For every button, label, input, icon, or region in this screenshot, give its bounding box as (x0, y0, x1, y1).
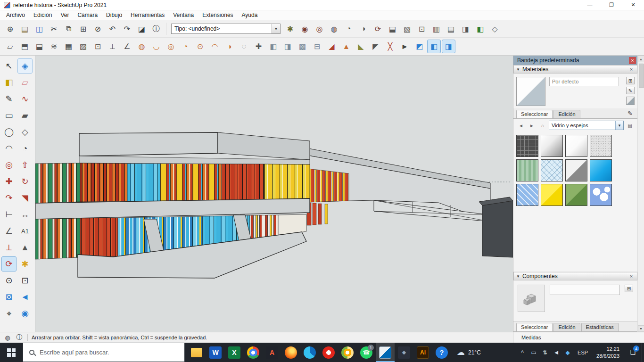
solid-split-icon[interactable]: ◑ (223, 40, 236, 53)
opera-icon[interactable] (319, 343, 338, 362)
tape-measure-tool[interactable]: ⊢ (1, 207, 17, 222)
export-image-icon[interactable]: ▧ (400, 22, 414, 36)
home-icon[interactable]: ⌂ (538, 121, 547, 130)
swatch-yellow-glass[interactable] (541, 184, 563, 206)
swatch-gray-glass[interactable] (565, 159, 587, 181)
tab-comp-estadisticas[interactable]: Estadísticas (581, 323, 619, 331)
menu-archivo[interactable]: Archivo (2, 11, 29, 19)
network-icon[interactable]: ⇅ (539, 343, 551, 362)
pattern-box-icon[interactable]: ▩ (296, 40, 309, 53)
model-viewport[interactable] (35, 56, 513, 332)
solid-trim-icon[interactable]: ◔ (179, 40, 192, 53)
tag-icon[interactable]: ◇ (488, 22, 502, 36)
chrome-beta-icon[interactable] (338, 343, 357, 362)
tab-comp-edicion[interactable]: Edición (553, 323, 580, 331)
swatch-frosted-mirror[interactable] (565, 135, 587, 157)
solid-intersect-icon[interactable]: ⊙ (193, 40, 207, 53)
sandbox-contours-icon[interactable]: ◢ (325, 40, 339, 53)
components-close-icon[interactable]: × (628, 273, 635, 279)
texture-icon[interactable]: ◔ (342, 22, 355, 36)
sandbox-tool[interactable]: ▲ (17, 240, 33, 255)
axes-tool[interactable]: ⟂ (1, 240, 17, 255)
graph-icon[interactable]: ▥ (429, 22, 443, 36)
menu-camara[interactable]: Cámara (73, 11, 102, 19)
tray-close-button[interactable]: × (629, 57, 636, 64)
erase-icon[interactable]: ⊘ (91, 22, 105, 36)
solid-subtract-icon[interactable]: ◎ (164, 40, 178, 53)
face-style-2-icon[interactable]: ◧ (427, 40, 441, 53)
material-preview-thumbnail[interactable] (516, 77, 545, 106)
collapse-arrow-icon[interactable]: ▼ (516, 274, 520, 279)
move-tool[interactable]: ✚ (1, 174, 17, 189)
dome-icon[interactable]: ◠ (208, 40, 222, 53)
box-style-b-icon[interactable]: ◨ (281, 40, 295, 53)
offset-tool[interactable]: ◎ (1, 157, 17, 173)
menu-herramientas[interactable]: Herramientas (126, 11, 169, 19)
geolocation-icon[interactable]: ◍ (3, 333, 12, 342)
pen-display-icon[interactable]: ▭ (528, 343, 539, 362)
illustrator-icon[interactable]: Ai (413, 343, 432, 362)
menu-ver[interactable]: Ver (56, 11, 73, 19)
scroll-up-icon[interactable]: ▲ (638, 56, 644, 62)
materials-close-icon[interactable]: × (628, 66, 635, 72)
undo-icon[interactable]: ↶ (106, 22, 119, 36)
whatsapp-icon[interactable]: ☎ 1 (357, 343, 376, 362)
material-name-field[interactable]: Por defecto (549, 77, 619, 86)
face-style-1-icon[interactable]: ◩ (413, 40, 426, 53)
swatch-patterned-blue-glass[interactable] (541, 159, 563, 181)
details-list-icon[interactable]: ▤ (625, 121, 635, 130)
push-pull-tool[interactable]: ⇧ (17, 157, 33, 173)
rotated-rectangle-tool[interactable]: ▰ (17, 108, 33, 123)
section-display-icon[interactable]: ⬒ (18, 40, 32, 53)
menu-extensiones[interactable]: Extensiones (198, 11, 237, 19)
swatch-tinted-glass-blocks[interactable] (516, 135, 538, 157)
rotate-tool[interactable]: ↻ (17, 174, 33, 189)
tipo-dropdown[interactable]: Tipo: <undefined> ▼ (171, 24, 281, 34)
face-style-3-icon[interactable]: ◨ (442, 40, 455, 53)
menu-ayuda[interactable]: Ayuda (238, 11, 262, 19)
cut-icon[interactable]: ✂ (47, 22, 61, 36)
zoom-extents-tool[interactable]: ⊠ (1, 289, 17, 304)
sample-paint-button[interactable]: ✎ (626, 87, 635, 94)
orbit-tool[interactable]: ⟳ (1, 256, 17, 272)
position-camera-tool[interactable]: ⌖ (1, 306, 17, 321)
chrome-icon[interactable] (244, 343, 263, 362)
components-section-header[interactable]: ▼ Componentes × (513, 272, 637, 280)
redo-icon[interactable]: ↷ (120, 22, 134, 36)
polygon-tool[interactable]: ◇ (17, 124, 33, 140)
minimize-button[interactable]: — (579, 0, 601, 10)
eyedropper-icon[interactable]: ✎ (626, 110, 635, 118)
credits-icon[interactable]: ⓘ (15, 333, 24, 342)
collapse-arrow-icon[interactable]: ▼ (516, 67, 520, 72)
swatch-obscure-glass[interactable] (590, 135, 612, 157)
volume-icon[interactable]: ◀ (551, 343, 562, 362)
word-icon[interactable]: W (206, 343, 225, 362)
follow-circle-icon[interactable]: ◌ (237, 40, 251, 53)
swatch-sky-blue-glass[interactable] (590, 159, 612, 181)
box-style-a-icon[interactable]: ◧ (266, 40, 280, 53)
taskbar-clock[interactable]: 12:21 28/6/2023 (592, 343, 624, 362)
stamp-icon[interactable]: ◤ (369, 40, 382, 53)
make-component-tool[interactable]: ◈ (17, 58, 33, 74)
circle-tool[interactable]: ◯ (1, 124, 17, 140)
drape-icon[interactable]: ╳ (383, 40, 397, 53)
maximize-button[interactable]: ❐ (601, 0, 622, 10)
scale-tool[interactable]: ◥ (17, 190, 33, 206)
rectangle-tool[interactable]: ▭ (1, 108, 17, 123)
file-explorer-icon[interactable] (187, 343, 206, 362)
scrollbar-thumb[interactable] (639, 64, 644, 88)
section-toggle-icon[interactable]: ⬓ (386, 22, 399, 36)
arc-tool[interactable]: ◠ (1, 141, 17, 156)
security-icon[interactable]: ◆ (562, 343, 573, 362)
text-tool[interactable]: A1 (17, 223, 33, 239)
tab-edicion[interactable]: Edición (553, 110, 580, 118)
tab-seleccionar[interactable]: Seleccionar (516, 110, 553, 118)
soften-edges-icon[interactable]: ≋ (47, 40, 61, 53)
paint-bucket-tool[interactable]: ◧ (1, 75, 17, 90)
close-button[interactable]: ✕ (622, 0, 644, 10)
action-center-button[interactable]: ❏ 4 (624, 343, 642, 362)
freehand-tool[interactable]: ∿ (17, 91, 33, 107)
section-plane-icon[interactable]: ▱ (3, 40, 17, 53)
new-file-icon[interactable]: ⊕ (3, 22, 17, 36)
styles-icon[interactable]: ◍ (327, 22, 341, 36)
